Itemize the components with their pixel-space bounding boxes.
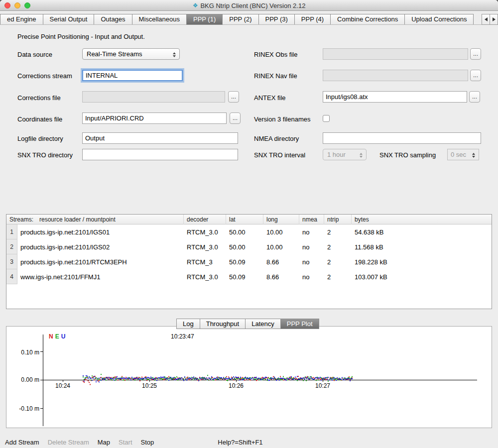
rinex-obs-label: RINEX Obs file xyxy=(254,51,297,58)
tab-upload-corrections[interactable]: Upload Corrections xyxy=(404,14,474,25)
tab-ppp-2[interactable]: PPP (2) xyxy=(222,14,258,25)
corrections-file-browse-button[interactable]: ... xyxy=(228,91,239,103)
cell-lat: 50.09 xyxy=(226,273,263,281)
nmea-directory-label: NMEA directory xyxy=(254,135,299,142)
action-bar: Add Stream Delete Stream Map Start Stop … xyxy=(0,436,498,448)
x-axis-label: 10:25 xyxy=(139,382,159,389)
streams-table: Streams: resource loader / mountpoint de… xyxy=(6,214,492,309)
y-axis-label: 0.00 m xyxy=(8,376,39,383)
tab-feed-engine[interactable]: ed Engine xyxy=(0,14,43,25)
col-header-lat: lat xyxy=(226,215,263,224)
window-title: ❖ BKG Ntrip Client (BNC) Version 2.12 xyxy=(0,0,498,11)
minimize-button[interactable] xyxy=(14,2,20,8)
rinex-nav-input[interactable] xyxy=(323,70,468,81)
plot-legend: N E U xyxy=(49,333,65,340)
version3-filenames-label: Version 3 filenames xyxy=(254,115,310,123)
cell-long: 8.66 xyxy=(263,273,299,281)
rinex-obs-input[interactable] xyxy=(323,48,468,60)
stop-button[interactable]: Stop xyxy=(141,439,154,446)
corrections-stream-input[interactable] xyxy=(82,70,183,81)
nmea-directory-input[interactable] xyxy=(323,132,481,144)
snx-tro-directory-input[interactable] xyxy=(82,149,238,160)
mountpoint-header-label: resource loader / mountpoint xyxy=(39,215,116,224)
row-number: 4 xyxy=(6,269,17,284)
data-source-select[interactable]: Real-Time Streams xyxy=(82,48,180,60)
add-stream-button[interactable]: Add Stream xyxy=(5,439,39,446)
plot-timestamp: 10:23:47 xyxy=(171,333,194,340)
tab-ppp-3[interactable]: PPP (3) xyxy=(258,14,295,25)
cell-ntrip: 2 xyxy=(324,243,352,251)
snx-tro-sampling-spinner[interactable]: 0 sec xyxy=(447,149,479,160)
corrections-file-input[interactable] xyxy=(82,91,225,103)
tab-bar: ed Engine Serial Output Outages Miscella… xyxy=(0,14,498,25)
corrections-stream-label: Corrections stream xyxy=(17,72,72,80)
window-controls xyxy=(4,2,30,8)
table-row[interactable]: 1 products.igs-ip.net:2101/IGS01 RTCM_3.… xyxy=(6,224,492,239)
bnc-window: ❖ BKG Ntrip Client (BNC) Version 2.12 ed… xyxy=(0,0,498,448)
zoom-button[interactable] xyxy=(24,2,30,8)
tab-outages[interactable]: Outages xyxy=(94,14,132,25)
snx-tro-interval-select[interactable]: 1 hour xyxy=(323,149,367,160)
row-number: 1 xyxy=(6,224,17,239)
legend-series-u: U xyxy=(61,333,66,340)
window-title-text: BKG Ntrip Client (BNC) Version 2.12 xyxy=(200,2,305,9)
rinex-nav-browse-button[interactable]: ... xyxy=(470,70,481,81)
coordinates-file-browse-button[interactable]: ... xyxy=(230,112,241,124)
cell-long: 10.00 xyxy=(263,243,299,251)
table-row[interactable]: 4 www.igs-ip.net:2101/FFMJ1 RTCM_3.0 50.… xyxy=(6,269,492,284)
cell-bytes: 54.638 kB xyxy=(352,228,492,236)
legend-series-n: N xyxy=(49,333,53,340)
stepper-icon xyxy=(358,151,365,159)
col-header-mountpoint: Streams: resource loader / mountpoint xyxy=(6,215,184,224)
antex-file-input[interactable] xyxy=(323,91,467,103)
data-source-value: Real-Time Streams xyxy=(87,50,142,58)
snx-tro-directory-label: SNX TRO directory xyxy=(17,151,73,159)
tab-combine-corrections[interactable]: Combine Corrections xyxy=(330,14,405,25)
titlebar[interactable]: ❖ BKG Ntrip Client (BNC) Version 2.12 xyxy=(0,0,498,11)
snx-tro-sampling-value: 0 sec xyxy=(451,151,466,158)
map-button[interactable]: Map xyxy=(98,439,110,446)
plot-tab-bar: Log Throughput Latency PPP Plot xyxy=(177,319,319,329)
cell-ntrip: 2 xyxy=(324,258,352,266)
cell-decoder: RTCM_3.0 xyxy=(184,273,226,281)
bottom-tab-ppp-plot[interactable]: PPP Plot xyxy=(280,319,319,329)
tab-scroll-left-icon[interactable] xyxy=(482,14,490,25)
tab-ppp-4[interactable]: PPP (4) xyxy=(294,14,331,25)
tab-serial-output[interactable]: Serial Output xyxy=(43,14,95,25)
start-button: Start xyxy=(119,439,132,446)
rinex-obs-browse-button[interactable]: ... xyxy=(470,48,481,60)
rinex-nav-label: RINEX Nav file xyxy=(254,72,297,80)
antex-file-browse-button[interactable]: ... xyxy=(469,91,480,103)
legend-series-e: E xyxy=(55,333,59,340)
delete-stream-button: Delete Stream xyxy=(48,439,89,446)
tab-scroll-right-icon[interactable] xyxy=(490,14,498,25)
cell-decoder: RTCM_3 xyxy=(184,258,226,266)
y-axis-label: 0.10 m xyxy=(8,349,39,356)
bottom-tab-latency[interactable]: Latency xyxy=(245,319,281,329)
streams-table-header: Streams: resource loader / mountpoint de… xyxy=(6,215,492,224)
tab-miscellaneous[interactable]: Miscellaneous xyxy=(132,14,187,25)
app-icon: ❖ xyxy=(193,2,198,8)
bottom-tab-throughput[interactable]: Throughput xyxy=(200,319,246,329)
col-header-ntrip: ntrip xyxy=(324,215,352,224)
cell-ntrip: 2 xyxy=(324,228,352,236)
snx-tro-sampling-label: SNX TRO sampling xyxy=(379,151,436,159)
coordinates-file-label: Coordinates file xyxy=(17,115,62,123)
table-row[interactable]: 3 products.igs-ip.net:2101/RTCM3EPH RTCM… xyxy=(6,254,492,269)
table-row[interactable]: 2 products.igs-ip.net:2101/IGS02 RTCM_3.… xyxy=(6,239,492,254)
cell-nmea: no xyxy=(299,258,324,266)
logfile-directory-input[interactable] xyxy=(82,132,238,144)
tab-scroll-buttons xyxy=(482,14,498,25)
x-axis-label: 10:27 xyxy=(313,382,333,389)
cell-decoder: RTCM_3.0 xyxy=(184,243,226,251)
snx-tro-interval-value: 1 hour xyxy=(327,151,346,158)
coordinates-file-input[interactable] xyxy=(82,112,227,124)
help-hint: Help?=Shift+F1 xyxy=(218,439,262,446)
version3-filenames-checkbox[interactable] xyxy=(323,115,330,122)
cell-mountpoint: products.igs-ip.net:2101/IGS01 xyxy=(17,228,184,236)
tab-ppp-1[interactable]: PPP (1) xyxy=(186,14,223,25)
close-button[interactable] xyxy=(4,2,10,8)
bottom-tab-log[interactable]: Log xyxy=(176,319,200,329)
cell-bytes: 198.228 kB xyxy=(352,258,492,266)
cell-decoder: RTCM_3.0 xyxy=(184,228,226,236)
